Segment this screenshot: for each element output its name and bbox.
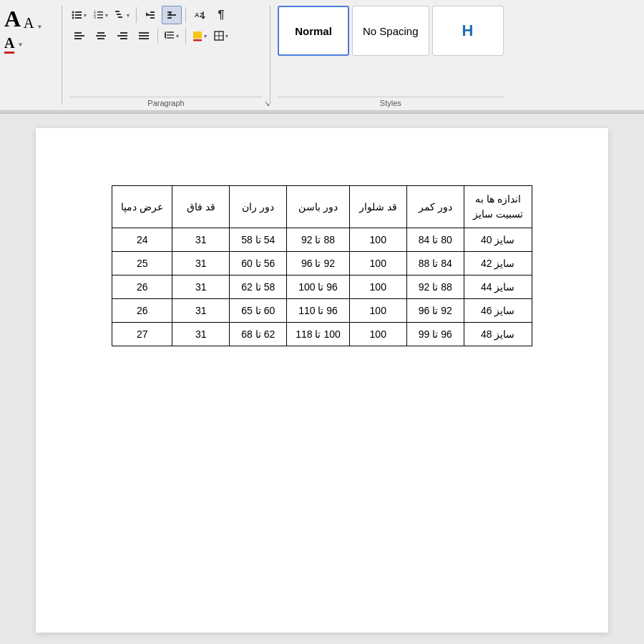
table-row: سایز 44 88 تا 92 100 96 تا 100 58 تا 62 … [112,275,532,299]
svg-rect-29 [74,38,82,39]
cell-crotch: 31 [172,228,230,252]
bullets-btn[interactable]: ▼ [69,6,89,24]
numbering-arrow[interactable]: ▼ [104,13,109,18]
cell-size: سایز 46 [464,299,532,323]
cell-legwidth: 24 [112,228,172,252]
svg-rect-12 [115,11,119,12]
svg-rect-11 [97,17,103,19]
cell-thigh: 62 تا 68 [230,323,287,346]
svg-rect-32 [97,38,104,39]
header-trouser-length: قد شلوار [349,186,406,228]
style-heading1-btn[interactable]: H [432,6,504,56]
cell-waist: 84 تا 88 [406,252,464,275]
svg-rect-34 [117,35,127,36]
svg-rect-30 [97,32,104,34]
mini-divider [136,7,137,23]
cell-waist: 92 تا 96 [406,299,464,323]
divider-1 [62,6,62,104]
borders-arrow[interactable]: ▼ [225,34,230,39]
bullets-arrow[interactable]: ▼ [83,13,88,18]
svg-rect-7 [97,11,103,13]
svg-rect-44 [193,39,202,42]
svg-rect-9 [97,14,103,16]
cell-waist: 96 تا 99 [406,323,464,346]
justify-btn[interactable] [134,26,154,45]
table-row: سایز 48 96 تا 99 100 100 تا 118 62 تا 68… [112,323,532,346]
line-spacing-btn[interactable]: ▼ [162,26,182,45]
cell-thigh: 58 تا 62 [230,275,287,299]
styles-label: Styles [278,97,504,107]
cell-size: سایز 40 [464,228,532,252]
cell-crotch: 31 [172,252,230,275]
cell-thigh: 60 تا 65 [230,299,287,323]
svg-rect-22 [167,17,172,19]
style-no-spacing-btn[interactable]: No Spacing [352,6,429,56]
svg-text:A: A [195,11,200,19]
header-thigh: دور ران [230,186,287,228]
cell-trouser-length: 100 [349,299,406,323]
align-right-btn[interactable] [112,26,132,45]
font-color-arrow[interactable]: ▼ [17,42,23,48]
svg-rect-28 [74,35,84,36]
cell-size: سایز 44 [464,275,532,299]
cell-thigh: 56 تا 60 [230,252,287,275]
svg-text:3.: 3. [94,15,97,19]
svg-rect-17 [146,14,155,16]
cell-crotch: 31 [172,275,230,299]
table-row: سایز 46 92 تا 96 100 96 تا 110 60 تا 65 … [112,299,532,323]
cell-trouser-length: 100 [349,323,406,346]
svg-rect-38 [139,38,149,39]
svg-rect-36 [139,32,149,34]
svg-rect-3 [75,14,82,16]
multilevel-btn[interactable]: ▼ [112,6,132,24]
decrease-indent-btn[interactable] [140,6,160,24]
cell-trouser-length: 100 [349,275,406,299]
cell-size: سایز 48 [464,323,532,346]
multilevel-arrow[interactable]: ▼ [126,13,131,18]
mini-divider3 [157,28,158,44]
numbering-btn[interactable]: 1.2.3. ▼ [91,6,111,24]
header-leg-width: عرض دمپا [112,186,172,228]
shading-arrow[interactable]: ▼ [203,34,208,39]
font-dropdown-arrow[interactable]: ▼ [37,24,43,30]
svg-rect-43 [193,31,202,39]
svg-rect-35 [120,38,127,39]
font-color-btn[interactable]: A [4,35,14,54]
size-table: اندازه ها به تسبیت سایز دور کمر قد شلوار… [112,185,532,346]
cell-trouser-length: 100 [349,228,406,252]
increase-indent-btn[interactable] [162,6,182,24]
font-a-large[interactable]: A [4,7,21,30]
font-a-small[interactable]: A [24,16,34,30]
cell-legwidth: 27 [112,323,172,346]
cell-waist: 88 تا 92 [406,275,464,299]
cell-hip: 92 تا 96 [287,252,350,275]
svg-rect-18 [150,17,155,19]
style-normal-btn[interactable]: Normal [278,6,349,56]
svg-rect-21 [167,14,176,16]
align-left-btn[interactable] [69,26,89,45]
shading-btn[interactable]: ▼ [190,26,210,45]
svg-rect-20 [167,11,172,13]
svg-rect-37 [139,35,149,36]
cell-waist: 80 تا 84 [406,228,464,252]
paragraph-expand-btn[interactable]: ↘ [264,99,270,107]
svg-marker-42 [165,31,166,39]
mini-divider4 [185,28,186,44]
svg-rect-27 [74,32,82,34]
svg-rect-31 [96,35,106,36]
mini-divider2 [185,7,186,23]
svg-point-0 [72,11,74,14]
show-formatting-btn[interactable]: ¶ [211,6,231,24]
borders-btn[interactable]: ▼ [211,26,231,45]
svg-rect-14 [118,16,122,18]
linespacing-arrow[interactable]: ▼ [175,34,180,39]
cell-hip: 96 تا 110 [287,299,350,323]
svg-rect-16 [150,11,155,13]
align-center-btn[interactable] [91,26,111,45]
svg-rect-1 [75,11,82,13]
document-area: اندازه ها به تسبیت سایز دور کمر قد شلوار… [0,114,644,644]
toolbar: A A ▼ A ▼ ▼ 1.2.3. ▼ [0,0,644,111]
paragraph-label: Paragraph [69,97,263,107]
cell-size: سایز 42 [464,252,532,275]
sort-btn[interactable]: AZ [190,6,210,24]
